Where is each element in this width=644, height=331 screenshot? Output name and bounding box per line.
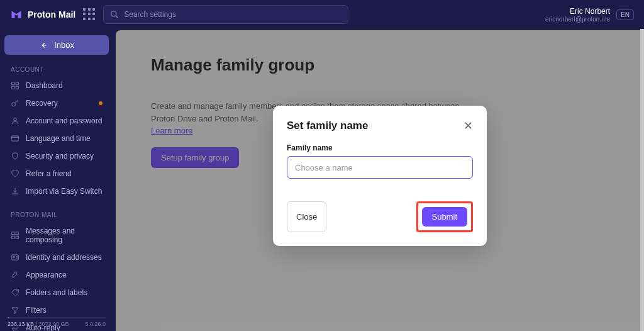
sidebar: Inbox Account Dashboard Recovery Account… (0, 29, 113, 331)
arrow-left-icon (39, 41, 48, 50)
sidebar-item-label: Appearance (26, 271, 67, 279)
submit-button[interactable]: Submit (422, 207, 467, 227)
svg-point-0 (111, 11, 116, 16)
search-bar[interactable] (103, 5, 348, 24)
paint-icon (11, 271, 19, 279)
svg-point-6 (12, 103, 16, 106)
family-name-input[interactable] (287, 156, 473, 179)
app-header: Proton Mail Eric Norbert ericnorbert@pro… (0, 0, 644, 29)
user-icon (11, 116, 19, 125)
sidebar-item-label: Language and time (26, 134, 91, 143)
download-icon (11, 187, 19, 196)
section-account-label: Account (3, 62, 110, 77)
sidebar-item-label: Identity and addresses (26, 253, 102, 262)
storage-text: 238.13 KB / 3072.00 GB (8, 321, 69, 327)
sidebar-item-account-password[interactable]: Account and password (3, 112, 110, 130)
sidebar-item-messages[interactable]: Messages and composing (3, 222, 110, 249)
svg-point-15 (16, 291, 17, 291)
header-right: Eric Norbert ericnorbert@proton.me EN (545, 7, 634, 23)
heart-icon (11, 169, 19, 178)
sidebar-item-label: Refer a friend (26, 169, 72, 178)
modal-title: Set family name (287, 120, 368, 132)
submit-highlight: Submit (416, 201, 473, 232)
sidebar-item-recovery[interactable]: Recovery (3, 94, 110, 112)
apps-switcher-icon[interactable] (83, 8, 96, 21)
svg-line-1 (116, 16, 118, 18)
sidebar-item-folders[interactable]: Folders and labels (3, 284, 110, 301)
close-button[interactable]: Close (287, 201, 326, 232)
search-icon (110, 10, 119, 19)
svg-point-7 (14, 118, 17, 121)
globe-icon (11, 134, 19, 143)
sidebar-footer: 238.13 KB / 3072.00 GB 5.0.26.0 (0, 313, 113, 331)
tag-icon (11, 288, 19, 297)
scrollbar[interactable] (640, 29, 644, 331)
sidebar-item-label: Import via Easy Switch (26, 187, 102, 196)
shield-icon (11, 152, 19, 160)
product-name: Proton Mail (28, 9, 75, 20)
svg-rect-8 (12, 136, 19, 141)
grid-icon (11, 81, 19, 90)
svg-rect-10 (16, 232, 18, 235)
version-text: 5.0.26.0 (85, 321, 106, 327)
sidebar-item-security[interactable]: Security and privacy (3, 147, 110, 165)
svg-rect-5 (16, 86, 18, 89)
svg-rect-12 (16, 236, 18, 238)
user-menu[interactable]: Eric Norbert ericnorbert@proton.me (545, 7, 610, 23)
sidebar-item-label: Folders and labels (26, 288, 87, 297)
grid-icon (11, 231, 19, 240)
family-name-label: Family name (287, 143, 473, 152)
sidebar-item-dashboard[interactable]: Dashboard (3, 77, 110, 94)
sidebar-item-import[interactable]: Import via Easy Switch (3, 182, 110, 200)
svg-rect-13 (12, 255, 19, 260)
svg-rect-4 (12, 86, 14, 89)
modal-overlay[interactable]: Set family name ✕ Family name Close Subm… (116, 29, 644, 331)
storage-bar (8, 317, 106, 318)
sidebar-item-refer[interactable]: Refer a friend (3, 165, 110, 182)
id-icon (11, 253, 19, 262)
notification-dot-icon (99, 101, 103, 105)
key-icon (11, 99, 19, 108)
svg-rect-11 (12, 236, 14, 238)
sidebar-item-label: Recovery (26, 99, 58, 108)
sidebar-item-label: Security and privacy (26, 152, 94, 160)
svg-rect-3 (16, 82, 18, 85)
inbox-label: Inbox (54, 40, 74, 50)
language-selector[interactable]: EN (616, 9, 634, 20)
sidebar-item-label: Dashboard (26, 81, 63, 90)
sidebar-item-language-time[interactable]: Language and time (3, 130, 110, 147)
svg-point-14 (13, 256, 14, 257)
sidebar-item-appearance[interactable]: Appearance (3, 266, 110, 284)
user-email: ericnorbert@proton.me (545, 16, 610, 23)
proton-logo-icon (10, 8, 23, 21)
user-name: Eric Norbert (545, 7, 610, 16)
sidebar-item-label: Account and password (26, 116, 102, 125)
set-family-name-modal: Set family name ✕ Family name Close Subm… (273, 106, 487, 246)
modal-close-icon[interactable]: ✕ (464, 120, 473, 132)
logo[interactable]: Proton Mail (10, 8, 75, 21)
sidebar-item-identity[interactable]: Identity and addresses (3, 249, 110, 266)
section-mail-label: Proton Mail (3, 208, 110, 222)
sidebar-item-label: Messages and composing (26, 227, 103, 244)
svg-rect-2 (12, 82, 14, 85)
svg-rect-9 (12, 232, 14, 235)
search-input[interactable] (124, 10, 341, 19)
inbox-button[interactable]: Inbox (4, 35, 109, 55)
